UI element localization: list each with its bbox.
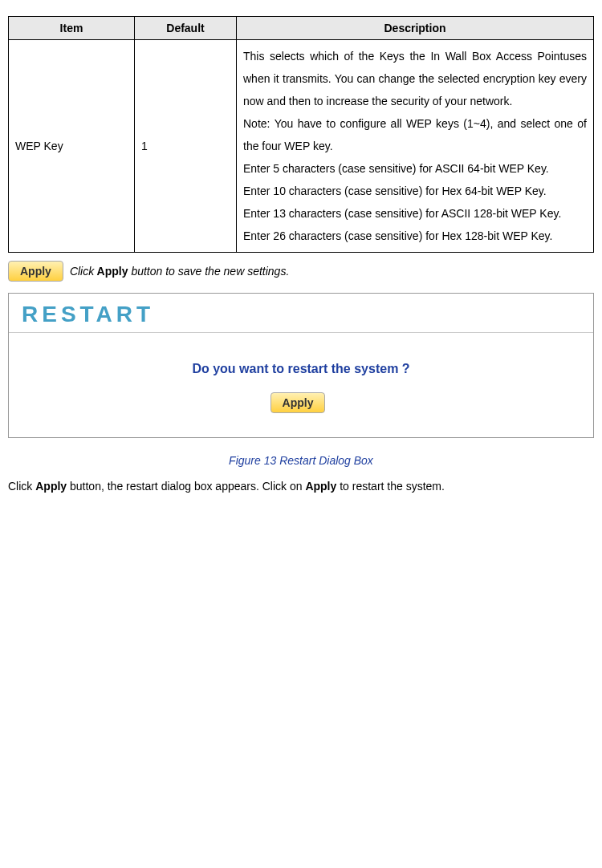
- cell-item: WEP Key: [9, 40, 135, 253]
- body-paragraph: Click Apply button, the restart dialog b…: [8, 480, 594, 493]
- restart-body: Do you want to restart the system ? Appl…: [9, 346, 593, 437]
- apply-text-bold: Apply: [94, 265, 131, 278]
- restart-question: Do you want to restart the system ?: [9, 362, 593, 376]
- bp-t2: button, the restart dialog box appears. …: [67, 480, 305, 493]
- restart-title: RESTART: [9, 294, 593, 332]
- bp-t3: to restart the system.: [336, 480, 445, 493]
- apply-text-before: Click: [70, 265, 94, 278]
- restart-dialog-figure: RESTART Do you want to restart the syste…: [8, 293, 594, 438]
- restart-apply-button[interactable]: Apply: [270, 392, 326, 413]
- table-row: WEP Key 1 This selects which of the Keys…: [9, 40, 594, 253]
- apply-instruction: Apply Click Apply button to save the new…: [8, 261, 594, 282]
- apply-button[interactable]: Apply: [8, 261, 63, 282]
- cell-description: This selects which of the Keys the In Wa…: [237, 40, 594, 253]
- apply-text-after: button to save the new settings.: [131, 265, 289, 278]
- col-item-header: Item: [9, 17, 135, 40]
- divider: [9, 332, 593, 333]
- col-description-header: Description: [237, 17, 594, 40]
- figure-caption: Figure 13 Restart Dialog Box: [8, 454, 594, 467]
- bp-b1: Apply: [35, 480, 67, 493]
- bp-t1: Click: [8, 480, 35, 493]
- col-default-header: Default: [135, 17, 237, 40]
- cell-description-text: This selects which of the Keys the In Wa…: [243, 50, 587, 242]
- cell-default: 1: [135, 40, 237, 253]
- bp-b2: Apply: [305, 480, 336, 493]
- config-table: Item Default Description WEP Key 1 This …: [8, 16, 594, 253]
